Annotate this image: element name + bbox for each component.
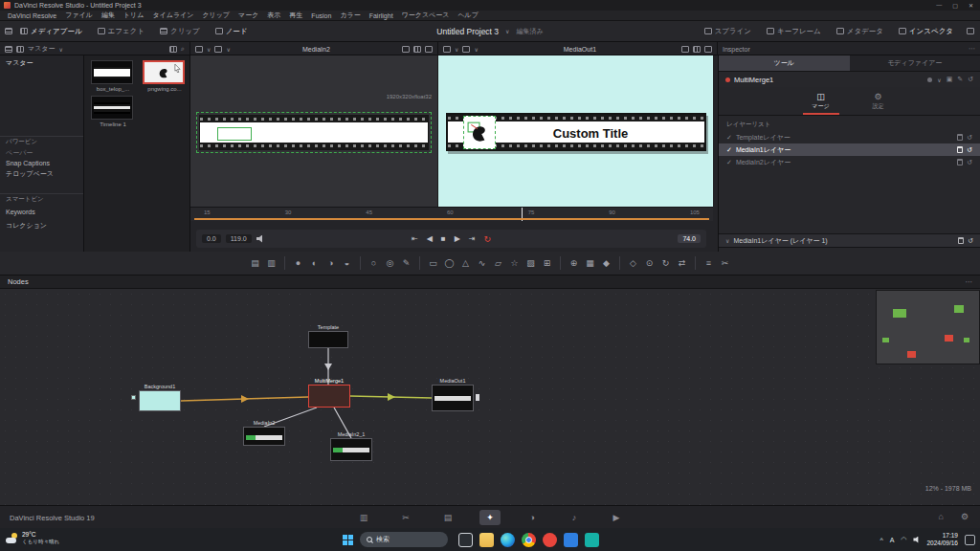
right-viewer-zoom-icon[interactable] [443, 46, 451, 53]
inspector-options-icon[interactable]: ⋯ [969, 45, 975, 53]
left-viewer-option2-icon[interactable] [413, 46, 421, 53]
node-mediain2[interactable]: MediaIn2 [243, 427, 285, 446]
glow-tool-icon[interactable]: ◎ [383, 256, 397, 271]
panel-layout-icon[interactable] [967, 28, 974, 34]
copy-settings-icon[interactable]: ▣ [947, 76, 953, 83]
right-viewer[interactable]: Custom Title [438, 55, 713, 207]
smart-bins-header[interactable]: スマートビン [0, 193, 83, 204]
right-viewer-split-icon[interactable] [462, 46, 470, 53]
left-viewer-zoom-chevron-icon[interactable]: ∨ [207, 46, 211, 53]
color-corrector-tool-icon[interactable]: ● [291, 256, 305, 271]
node-mediaout1[interactable]: MediaOut1 [432, 385, 474, 411]
version-chevron-icon[interactable]: ∨ [937, 77, 941, 83]
clip-timeline-1[interactable]: Timeline 1 [91, 96, 135, 127]
menu-view[interactable]: 表示 [267, 11, 280, 20]
close-button[interactable]: ✕ [969, 2, 973, 9]
background-tool-icon[interactable]: ▤ [248, 256, 262, 271]
clips-button[interactable]: クリップ [153, 24, 207, 39]
media-pool-button[interactable]: メディアプール [13, 24, 89, 39]
background-node-connector[interactable] [131, 395, 136, 400]
notification-center-icon[interactable] [965, 535, 975, 545]
menu-trim[interactable]: トリム [123, 11, 145, 20]
clock-widget[interactable]: 17:19 2024/09/16 [926, 532, 958, 547]
menu-file[interactable]: ファイル [65, 11, 93, 20]
right-viewer-option2-icon[interactable] [693, 46, 701, 53]
ranges-mask-tool-icon[interactable]: ⊞ [540, 256, 554, 271]
bin-thumb-view-icon[interactable] [16, 46, 24, 53]
nodes-options-icon[interactable]: ⋯ [966, 277, 973, 286]
menu-davinci-resolve[interactable]: DaVinci Resolve [8, 12, 56, 19]
menu-color[interactable]: カラー [340, 11, 360, 20]
layer-row-mediain2[interactable]: ✓ MediaIn2レイヤー ↺ [719, 156, 980, 168]
keyframes-button[interactable]: キーフレーム [760, 24, 828, 39]
metadata-button[interactable]: メタデータ [830, 24, 890, 39]
project-manager-icon[interactable]: ⌂ [938, 512, 943, 521]
chrome-browser-icon[interactable] [522, 533, 536, 547]
layer-enabled-check-icon[interactable]: ✓ [726, 159, 732, 166]
layer-row-template[interactable]: ✓ Templateレイヤー ↺ [719, 131, 980, 143]
file-explorer-icon[interactable] [479, 533, 494, 547]
pool-view-options-icon[interactable] [169, 46, 177, 53]
page-deliver-button[interactable]: ▶ [606, 510, 627, 525]
project-settings-icon[interactable]: ⚙ [961, 512, 969, 521]
clip-timeline-1-thumbnail[interactable] [91, 96, 133, 120]
task-view-icon[interactable] [458, 533, 473, 547]
project-chevron-icon[interactable]: ∨ [505, 28, 509, 34]
minimize-button[interactable]: — [936, 2, 942, 9]
project-title[interactable]: Untitled Project 3 [436, 27, 499, 36]
reset-node-icon[interactable]: ↺ [968, 76, 973, 83]
node-multimerge1[interactable]: MultiMerge1 [308, 385, 350, 408]
weather-widget[interactable]: 29°C くもり時々晴れ [6, 531, 59, 545]
maximize-button[interactable]: ▢ [952, 2, 958, 9]
bspline-mask-tool-icon[interactable]: ∿ [475, 256, 489, 271]
page-edit-button[interactable]: ▤ [437, 510, 458, 525]
brightness-contrast-tool-icon[interactable]: ◒ [340, 256, 354, 271]
delete-layer-icon[interactable] [957, 146, 963, 153]
nodes-button[interactable]: ノード [209, 24, 255, 39]
bin-master[interactable]: マスター [0, 57, 83, 68]
layer-section-header[interactable]: ∨ MediaIn1レイヤー (レイヤー 1) ↺ [719, 233, 980, 248]
layer-reset-icon[interactable]: ↺ [967, 146, 972, 154]
timeline-ruler[interactable]: 15 30 45 60 75 90 105 [190, 207, 713, 221]
menu-fairlight[interactable]: Fairlight [369, 12, 393, 19]
clip-box-telop[interactable]: box_telop_... [91, 60, 135, 92]
node-graph[interactable]: Background1 Template MultiMerge1 MediaIn… [0, 289, 980, 505]
spline-tool-icon[interactable]: ≡ [702, 256, 716, 271]
merge-tool-icon[interactable]: ◆ [599, 256, 613, 271]
mail-app-icon[interactable] [564, 533, 578, 547]
menu-playback[interactable]: 再生 [289, 11, 302, 20]
page-fairlight-button[interactable]: ♪ [564, 510, 585, 525]
node-mediain2-1[interactable]: MediaIn2_1 [330, 438, 372, 461]
mediaout-node-connector[interactable] [476, 394, 479, 401]
color-curves-tool-icon[interactable]: ◐ [307, 256, 322, 271]
right-viewer-source-label[interactable]: MediaOut1 [482, 46, 678, 53]
power-bins-header[interactable]: パワービン [0, 136, 83, 146]
shape3d-tool-icon[interactable]: ⇄ [675, 256, 689, 271]
node-color-swatch[interactable] [927, 77, 932, 82]
delete-layer-icon[interactable] [957, 159, 963, 165]
renderer3d-tool-icon[interactable]: ↻ [658, 256, 673, 271]
step-back-button[interactable]: ◀ [427, 234, 433, 243]
layer-row-mediain1[interactable]: ✓ MediaIn1レイヤー ↺ [719, 143, 980, 156]
left-viewer-split-icon[interactable] [214, 46, 222, 53]
volume-icon[interactable] [913, 537, 920, 543]
start-frame-field[interactable]: 0.0 [202, 234, 221, 243]
node-graph-minimap[interactable] [876, 290, 980, 364]
page-fusion-button[interactable]: ✦ [479, 510, 501, 525]
transform-tool-icon[interactable]: ⊕ [567, 256, 581, 271]
line-app-icon[interactable] [585, 533, 599, 547]
layer-enabled-check-icon[interactable]: ✓ [726, 146, 732, 154]
effects-button[interactable]: エフェクト [91, 24, 151, 39]
ellipse-mask-tool-icon[interactable]: ◯ [442, 256, 457, 271]
node-background1[interactable]: Background1 [139, 390, 181, 411]
spline-button[interactable]: スプライン [698, 24, 758, 39]
tab-merge[interactable]: ◫ マージ [799, 87, 843, 115]
play-button[interactable]: ▶ [455, 234, 460, 243]
bin-snap-captions[interactable]: Snap Captions [0, 158, 83, 168]
jump-start-button[interactable]: ⇤ [412, 234, 418, 243]
page-color-button[interactable]: ◑ [522, 510, 543, 525]
inspector-button[interactable]: インスペクタ [892, 24, 960, 39]
clip-pngwing[interactable]: pngwing.co... [143, 60, 187, 92]
left-viewer-banner-image[interactable] [199, 115, 429, 150]
bin-selector[interactable]: マスター [28, 44, 56, 54]
